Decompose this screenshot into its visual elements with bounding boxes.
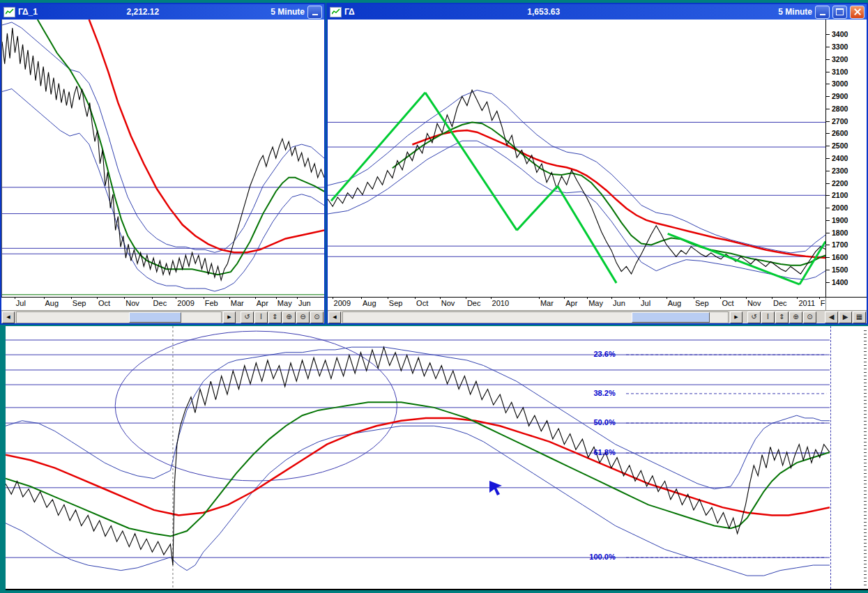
- desktop: { "desktop": {"background": "#007f7f"}, …: [0, 0, 868, 593]
- x-axis-labels: JulAugSepOctNovDec2009FebMarAprMayJun: [1, 298, 324, 310]
- y-axis-tick: 1900: [832, 216, 848, 224]
- x-axis-label: Aug: [668, 299, 682, 307]
- y-axis: 3400330032003100300029002800270026002500…: [825, 20, 867, 297]
- titlebar[interactable]: ΓΔ 1,653.63 5 Minute: [328, 4, 867, 20]
- x-axis-label: Mar: [540, 299, 554, 307]
- x-axis-label: 2009: [334, 299, 351, 307]
- y-axis-tick: 1600: [832, 253, 848, 261]
- chart-toolbar: ↺I⇕⊕⊙: [747, 311, 816, 323]
- refresh-icon[interactable]: ↺: [747, 311, 761, 323]
- x-axis-label: Nov: [441, 299, 455, 307]
- y-axis-tick: 2500: [832, 141, 848, 150]
- fib-level-label: 50.0%: [558, 419, 616, 427]
- axis-ruler: [864, 330, 867, 586]
- x-axis-label: May: [277, 299, 292, 307]
- y-axis-tick: 2200: [832, 179, 848, 187]
- scrollbar-thumb[interactable]: [632, 312, 710, 323]
- maximize-button[interactable]: [832, 6, 847, 19]
- x-axis-label: Dec: [467, 299, 481, 307]
- scrollbar-track[interactable]: [16, 311, 222, 323]
- x-axis-label: F: [821, 299, 825, 307]
- y-axis-tick: 1700: [832, 240, 848, 249]
- y-axis-tick: 1400: [832, 278, 848, 286]
- scrollbar-track[interactable]: [342, 311, 729, 323]
- chart-window-gd[interactable]: ΓΔ 1,653.63 5 Minute 3400330032003100300…: [326, 3, 868, 325]
- layout-grid-button[interactable]: ▦: [853, 311, 866, 323]
- chart-plot[interactable]: [328, 20, 825, 297]
- x-axis-label: Jun: [298, 299, 311, 307]
- ibeam-tool-icon[interactable]: I: [761, 311, 775, 323]
- y-axis-tick: 3300: [832, 43, 848, 51]
- x-axis-label: Jul: [16, 299, 26, 307]
- timeframe-label: 5 Minute: [778, 7, 812, 17]
- x-axis-labels: 2009AugSepOctNovDec2010MarAprMayJunJulAu…: [328, 298, 825, 310]
- ibeam-tool-icon[interactable]: I: [254, 311, 268, 323]
- chart-window-icon: [330, 7, 342, 17]
- fib-level-label: 100.0%: [558, 553, 616, 562]
- x-axis-label: Oct: [98, 299, 110, 307]
- fib-level-label: 23.6%: [558, 350, 616, 358]
- x-axis-label: Sep: [73, 299, 86, 307]
- zoom-out-icon[interactable]: ⊖: [296, 311, 310, 323]
- y-axis-tick: 2400: [832, 154, 848, 162]
- last-price: 1,653.63: [527, 7, 560, 17]
- y-axis-tick: 2000: [832, 203, 848, 212]
- refresh-icon[interactable]: ↺: [241, 311, 254, 323]
- y-axis-tick: 2800: [832, 105, 848, 113]
- x-axis-label: Nov: [747, 299, 761, 307]
- x-axis-label: Aug: [363, 299, 376, 307]
- page-left-button[interactable]: ◀: [825, 311, 838, 323]
- chart-toolbar: ↺I⇕⊕⊖⊙: [241, 311, 323, 323]
- y-axis-tick: 2600: [832, 129, 848, 137]
- x-axis-label: May: [588, 299, 603, 307]
- x-axis-label: 2010: [492, 299, 509, 307]
- scroll-left-button[interactable]: ◀: [328, 311, 341, 323]
- scroll-right-button[interactable]: ▶: [730, 311, 743, 323]
- x-axis-label: 2011: [798, 299, 815, 307]
- x-axis-label: Sep: [695, 299, 709, 307]
- x-axis-label: Apr: [565, 299, 577, 307]
- y-axis-tick: 3100: [832, 68, 848, 76]
- y-axis-tick: 2100: [832, 191, 848, 199]
- scroll-right-button[interactable]: ▶: [223, 311, 236, 323]
- y-axis-tick: 1500: [832, 265, 848, 274]
- move-tool-icon[interactable]: ⇕: [268, 311, 282, 323]
- window-title: ΓΔ: [344, 7, 355, 17]
- axis-corner: [825, 298, 867, 310]
- chart-window-gd1[interactable]: ΓΔ_1 2,212.12 5 Minute JulAugSepOctNovDe…: [0, 3, 326, 325]
- y-axis-tick: 3000: [832, 79, 848, 88]
- target-tool-icon[interactable]: ⊙: [803, 311, 816, 323]
- y-axis-tick: 1800: [832, 229, 848, 237]
- timeframe-label: 5 Minute: [271, 7, 305, 17]
- zoom-in-icon[interactable]: ⊕: [789, 311, 802, 323]
- x-axis-label: 2009: [177, 299, 194, 307]
- move-tool-icon[interactable]: ⇕: [775, 311, 789, 323]
- x-axis-label: Oct: [416, 299, 428, 307]
- bottom-chart-plot[interactable]: 23.6%38.2%50.0%61.8%100.0%: [6, 326, 830, 589]
- x-axis-label: Dec: [153, 299, 167, 307]
- target-tool-icon[interactable]: ⊙: [310, 311, 323, 323]
- chart-nav-buttons: ◀▶▦: [825, 311, 866, 323]
- fib-level-label: 61.8%: [558, 448, 616, 456]
- scroll-left-button[interactable]: ◀: [2, 311, 15, 323]
- y-axis-tick: 2900: [832, 92, 848, 100]
- x-axis-label: Nov: [125, 299, 139, 307]
- zoom-in-icon[interactable]: ⊕: [282, 311, 296, 323]
- chart-plot[interactable]: [1, 20, 324, 297]
- scrollbar-row: ◀ ▶ ↺I⇕⊕⊙ ◀▶▦: [328, 310, 867, 323]
- minimize-button[interactable]: [307, 6, 322, 19]
- titlebar[interactable]: ΓΔ_1 2,212.12 5 Minute: [1, 4, 324, 20]
- x-axis-label: Aug: [45, 299, 59, 307]
- minimize-button[interactable]: [815, 6, 830, 19]
- fib-level-label: 38.2%: [558, 389, 616, 397]
- close-button[interactable]: [850, 6, 865, 19]
- right-axis-strip: [830, 326, 868, 589]
- x-axis-label: Jun: [613, 299, 625, 307]
- last-price: 2,212.12: [126, 7, 159, 17]
- scrollbar-thumb[interactable]: [129, 312, 181, 323]
- y-axis-tick: 2700: [832, 117, 848, 125]
- page-right-button[interactable]: ▶: [839, 311, 852, 323]
- x-axis-label: Mar: [231, 299, 244, 307]
- x-axis: JulAugSepOctNovDec2009FebMarAprMayJun: [1, 297, 324, 310]
- x-axis-label: Oct: [722, 299, 733, 307]
